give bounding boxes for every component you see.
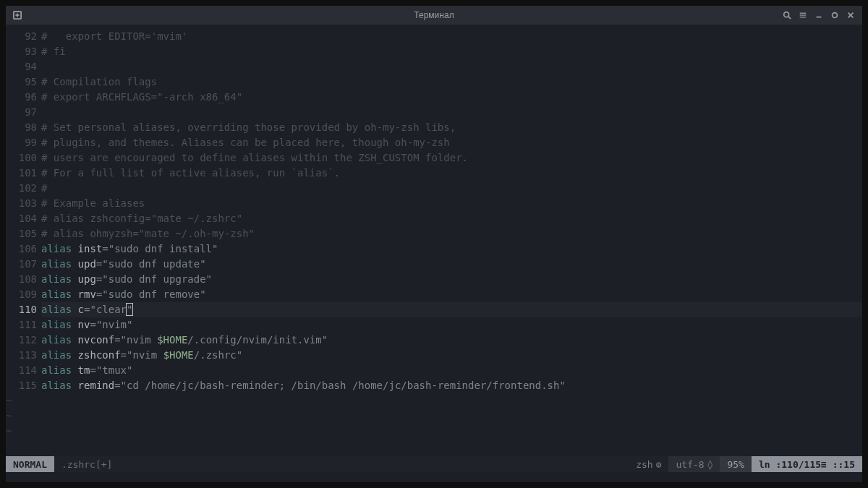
line-number: 109 — [6, 287, 37, 302]
code-line[interactable]: alias inst="sudo dnf install" — [41, 241, 862, 257]
status-bar: NORMAL .zshrc[+] zsh ⚙ utf-8 ◊ 95% ln :1… — [6, 456, 862, 472]
code-line[interactable]: # For a full list of active aliases, run… — [41, 166, 862, 181]
line-number: 96 — [6, 90, 37, 105]
close-icon[interactable] — [843, 8, 858, 22]
linux-icon: ◊ — [707, 459, 713, 470]
menu-icon[interactable] — [796, 8, 810, 22]
svg-rect-5 — [800, 13, 807, 14]
svg-rect-6 — [800, 14, 807, 15]
window-titlebar: Терминал — [6, 6, 862, 25]
code-line[interactable]: alias nvconf="nvim $HOME/.config/nvim/in… — [41, 333, 862, 348]
line-number: 97 — [6, 105, 37, 120]
line-number: 106 — [6, 241, 37, 257]
minimize-icon[interactable] — [812, 8, 826, 22]
code-line[interactable]: # alias ohmyzsh="mate ~/.oh-my-zsh" — [41, 226, 862, 241]
line-number: 104 — [6, 211, 37, 226]
line-number: 112 — [6, 333, 37, 348]
eof-tilde: ~ — [6, 410, 12, 421]
svg-point-3 — [784, 12, 789, 17]
eof-tilde: ~ — [6, 395, 12, 406]
line-number: 100 — [6, 150, 37, 166]
code-line[interactable]: alias nv="nvim" — [41, 317, 862, 333]
line-number: 103 — [6, 196, 37, 211]
line-number: 105 — [6, 226, 37, 241]
line-number: 113 — [6, 348, 37, 363]
window-title: Терминал — [414, 10, 454, 20]
code-content[interactable]: # export EDITOR='mvim'# fi# Compilation … — [41, 29, 862, 456]
line-number: 101 — [6, 166, 37, 181]
line-number: 94 — [6, 59, 37, 74]
code-line[interactable]: alias rmv="sudo dnf remove" — [41, 287, 862, 302]
maximize-icon[interactable] — [827, 8, 842, 22]
code-line[interactable]: # export ARCHFLAGS="-arch x86_64" — [41, 90, 862, 105]
line-number: 92 — [6, 29, 37, 44]
filetype-segment: zsh ⚙ — [629, 456, 668, 472]
line-number: 93 — [6, 44, 37, 59]
code-line[interactable]: # Compilation flags — [41, 74, 862, 90]
line-number: 114 — [6, 363, 37, 378]
vim-mode: NORMAL — [6, 456, 54, 472]
line-number: 99 — [6, 135, 37, 150]
svg-point-9 — [833, 13, 838, 18]
code-line[interactable]: alias upg="sudo dnf upgrade" — [41, 272, 862, 287]
line-number: 107 — [6, 257, 37, 272]
svg-rect-7 — [800, 17, 807, 17]
code-line[interactable]: # export EDITOR='mvim' — [41, 29, 862, 44]
line-info-segment: ln :110/115≡ ::15 — [752, 456, 862, 472]
command-line-area[interactable] — [6, 472, 862, 482]
code-line[interactable]: # Set personal aliases, overriding those… — [41, 120, 862, 135]
code-line[interactable]: # users are encouraged to define aliases… — [41, 150, 862, 166]
line-number: 102 — [6, 181, 37, 196]
code-line[interactable]: alias c="clear" — [41, 302, 862, 317]
eof-tilde: ~ — [6, 425, 12, 437]
line-number: 115 — [6, 378, 37, 393]
search-icon[interactable] — [780, 8, 794, 22]
code-line[interactable]: alias upd="sudo dnf update" — [41, 257, 862, 272]
percent-segment: 95% — [720, 456, 751, 472]
line-number: 110 — [6, 302, 37, 317]
editor-area[interactable]: 9293949596979899100101102103104105106107… — [6, 25, 862, 456]
new-tab-icon[interactable] — [10, 8, 25, 22]
encoding-segment: utf-8 ◊ — [668, 456, 720, 472]
code-line[interactable]: # alias zshconfig="mate ~/.zshrc" — [41, 211, 862, 226]
code-line[interactable]: # fi — [41, 44, 862, 59]
code-line[interactable]: alias tm="tmux" — [41, 363, 862, 378]
code-line[interactable] — [41, 105, 862, 120]
code-line[interactable]: # — [41, 181, 862, 196]
line-number: 111 — [6, 317, 37, 333]
code-line[interactable]: # Example aliases — [41, 196, 862, 211]
filename: .zshrc[+] — [54, 456, 119, 472]
line-number: 95 — [6, 74, 37, 90]
line-number-gutter: 9293949596979899100101102103104105106107… — [6, 29, 41, 456]
code-line[interactable]: # plugins, and themes. Aliases can be pl… — [41, 135, 862, 150]
svg-line-4 — [788, 17, 791, 19]
code-line[interactable]: alias remind="cd /home/jc/bash-reminder;… — [41, 378, 862, 393]
gear-icon: ⚙ — [656, 459, 662, 470]
code-line[interactable]: alias zshconf="nvim $HOME/.zshrc" — [41, 348, 862, 363]
line-number: 98 — [6, 120, 37, 135]
code-line[interactable] — [41, 59, 862, 74]
line-number: 108 — [6, 272, 37, 287]
